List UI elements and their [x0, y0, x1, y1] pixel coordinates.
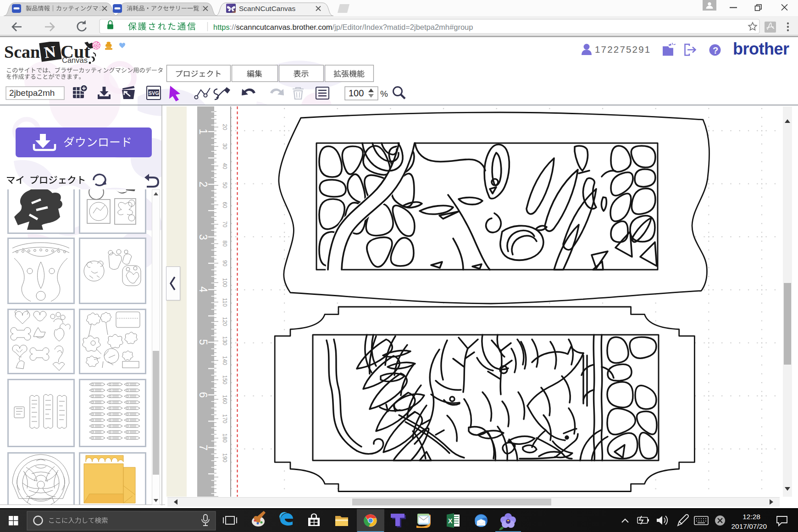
- svg-text:160: 160: [222, 395, 228, 404]
- svg-text:100: 100: [349, 88, 364, 98]
- svg-text:50: 50: [222, 182, 228, 188]
- svg-text:7: 7: [197, 445, 209, 451]
- svg-text:Scan: Scan: [4, 42, 40, 61]
- svg-text:20: 20: [222, 124, 228, 130]
- svg-text:SVG: SVG: [149, 90, 159, 96]
- svg-text:X: X: [448, 517, 453, 525]
- svg-text:70: 70: [222, 221, 228, 227]
- svg-text:90: 90: [222, 260, 228, 266]
- svg-text:130: 130: [222, 336, 228, 345]
- svg-text:1: 1: [197, 129, 209, 135]
- svg-text:12:28: 12:28: [743, 513, 760, 521]
- svg-text:brother: brother: [733, 39, 789, 58]
- svg-text:140: 140: [222, 356, 228, 365]
- svg-text:150: 150: [222, 375, 228, 384]
- svg-text:2017/07/20: 2017/07/20: [731, 522, 767, 530]
- svg-text:180: 180: [222, 433, 228, 443]
- svg-text:N: N: [43, 43, 57, 62]
- svg-text:110: 110: [222, 298, 228, 306]
- svg-text:170: 170: [222, 414, 228, 423]
- svg-text:3: 3: [197, 234, 209, 240]
- svg-text:80: 80: [222, 240, 228, 247]
- svg-text:ScanNCutCanvas: ScanNCutCanvas: [239, 5, 295, 12]
- svg-text:6: 6: [197, 392, 209, 398]
- svg-text:60: 60: [222, 202, 228, 208]
- svg-text:Canvas: Canvas: [62, 56, 88, 64]
- svg-text:100: 100: [222, 278, 228, 287]
- svg-text:172275291: 172275291: [595, 44, 651, 55]
- svg-text:40: 40: [222, 163, 228, 169]
- svg-text:4: 4: [197, 287, 209, 293]
- svg-text:%: %: [380, 89, 388, 99]
- svg-text:190: 190: [222, 453, 228, 462]
- svg-text:2: 2: [197, 182, 209, 188]
- svg-text:?: ?: [713, 45, 718, 55]
- svg-text:https://scanncutcanvas.brother: https://scanncutcanvas.brother.com/jp/Ed…: [213, 23, 473, 31]
- svg-text:30: 30: [222, 143, 228, 150]
- svg-text:120: 120: [222, 317, 228, 326]
- svg-text:5: 5: [197, 339, 209, 345]
- svg-text:2jbetpa2mh: 2jbetpa2mh: [9, 88, 55, 98]
